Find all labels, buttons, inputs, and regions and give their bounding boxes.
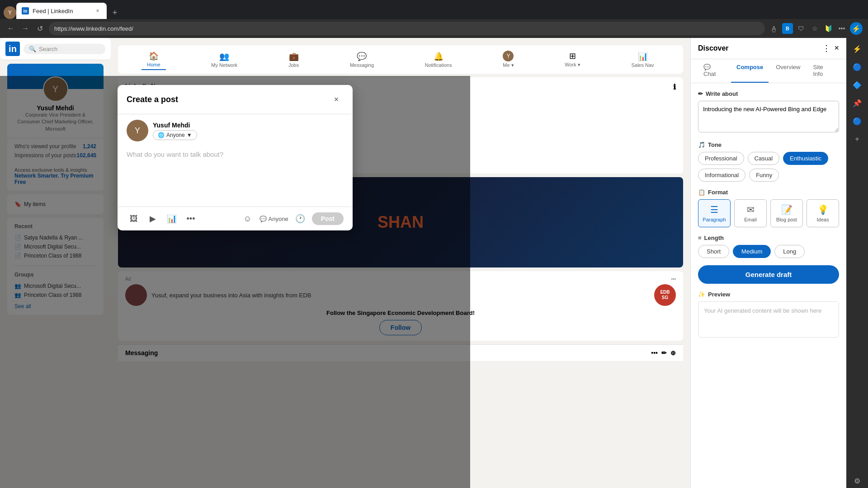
write-about-label: ✏ Write about — [698, 90, 839, 97]
tone-icon: 🎵 — [698, 141, 705, 148]
tab-siteinfo[interactable]: Site Info — [807, 59, 839, 83]
nav-work[interactable]: ⊞Work ▾ — [559, 49, 586, 70]
discover-header: Discover ⋮ × — [691, 38, 846, 59]
shield2-icon[interactable]: 🔰 — [823, 23, 834, 34]
tone-buttons: Professional Casual Enthusiastic Informa… — [698, 152, 839, 182]
modal-user-section: Y Yusuf Mehdi 🌐 Anyone ▼ — [118, 114, 353, 147]
discover-panel: Discover ⋮ × 💬 Chat Compose Overview Sit… — [690, 38, 846, 488]
audience-chevron: ▼ — [187, 132, 192, 138]
news-info-icon[interactable]: ℹ — [673, 83, 676, 91]
tab-compose[interactable]: Compose — [731, 59, 769, 83]
tab-overview[interactable]: Overview — [770, 59, 806, 83]
length-label: ≡ Length — [698, 235, 839, 241]
modal-footer: 🖼 ▶ 📊 ••• ☺ 💬 Anyone 🕐 Post — [118, 206, 353, 230]
ext-icon-5[interactable]: 🔵 — [850, 114, 864, 128]
messaging-expand-icon[interactable]: ⊕ — [670, 349, 676, 357]
more-icon[interactable]: ••• — [836, 23, 847, 34]
format-email[interactable]: ✉ Email — [734, 199, 767, 227]
ext-settings-icon[interactable]: ⚙ — [850, 474, 864, 488]
nav-jobs[interactable]: 💼Jobs — [283, 50, 304, 70]
browser-tabbar: Y in Feed | LinkedIn × + — [0, 0, 868, 19]
favorites-icon[interactable]: ☆ — [809, 23, 820, 34]
preview-label: ✨ Preview — [698, 291, 839, 298]
browser-addressbar: ← → ↺ https://www.linkedin.com/feed/ A̲ … — [0, 19, 868, 38]
write-icon: ✏ — [698, 90, 703, 97]
search-bar[interactable]: 🔍 Search — [24, 44, 105, 54]
tone-casual[interactable]: Casual — [748, 152, 779, 165]
preview-icon: ✨ — [698, 291, 705, 298]
nav-messaging[interactable]: 💬Messaging — [344, 50, 379, 70]
length-short[interactable]: Short — [698, 245, 729, 258]
format-blogpost[interactable]: 📝 Blog post — [770, 199, 803, 227]
ext-icon-3[interactable]: 🔷 — [850, 78, 864, 92]
document-icon[interactable]: 📊 — [165, 211, 179, 226]
forward-btn[interactable]: → — [20, 23, 31, 34]
tab-chat[interactable]: 💬 Chat — [698, 59, 729, 83]
format-ideas[interactable]: 💡 Ideas — [807, 199, 839, 227]
messaging-compose-icon[interactable]: ✏ — [661, 349, 667, 357]
length-medium[interactable]: Medium — [733, 245, 771, 258]
translate-icon[interactable]: A̲ — [769, 23, 779, 34]
modal-audience-picker[interactable]: 🌐 Anyone ▼ — [153, 130, 197, 140]
bing-icon[interactable]: B — [782, 23, 793, 34]
generate-draft-btn[interactable]: Generate draft — [698, 265, 839, 284]
nav-me[interactable]: Y Me ▾ — [497, 49, 519, 70]
ext-icon-4[interactable]: 📌 — [850, 96, 864, 110]
tone-professional[interactable]: Professional — [698, 152, 744, 165]
format-label: 📋 Format — [698, 189, 839, 196]
messaging-icons: ••• ✏ ⊕ — [651, 349, 676, 357]
length-long[interactable]: Long — [774, 245, 805, 258]
modal-overlay: Create a post × Y Yusuf Mehdi 🌐 Anyone ▼… — [0, 76, 470, 488]
ad-company-avatar: EDBSG — [654, 284, 676, 306]
ext-icon-6[interactable]: + — [850, 132, 864, 146]
chat-icon: 💬 — [703, 64, 711, 70]
modal-user-name: Yusuf Mehdi — [153, 122, 197, 129]
linkedin-logo: in — [5, 42, 20, 56]
video-icon[interactable]: ▶ — [146, 211, 160, 226]
ext-icon-2[interactable]: 🔵 — [850, 60, 864, 74]
globe-icon: 🌐 — [158, 132, 165, 138]
format-paragraph[interactable]: ☰ Paragraph — [698, 199, 731, 227]
tab-close-btn[interactable]: × — [94, 7, 101, 14]
more-tools-icon[interactable]: ••• — [184, 211, 198, 226]
modal-user-avatar: Y — [127, 120, 148, 141]
refresh-btn[interactable]: ↺ — [34, 23, 45, 34]
tone-enthusiastic[interactable]: Enthusiastic — [783, 152, 828, 165]
back-btn[interactable]: ← — [5, 23, 16, 34]
write-about-input[interactable]: Introducing the new AI-Powered Bing and … — [698, 101, 839, 132]
modal-placeholder[interactable]: What do you want to talk about? — [127, 147, 344, 201]
browser-ext-sidebar: ⚡ 🔵 🔷 📌 🔵 + ⚙ — [846, 38, 868, 488]
ad-more-icon[interactable]: ••• — [671, 277, 676, 282]
format-grid: ☰ Paragraph ✉ Email 📝 Blog post 💡 Ideas — [698, 199, 839, 227]
new-tab-btn[interactable]: + — [108, 6, 121, 19]
main-nav: 🏠Home 👥My Network 💼Jobs 💬Messaging 🔔Noti… — [118, 45, 683, 74]
nav-notifications[interactable]: 🔔Notifications — [420, 50, 458, 70]
media-icon[interactable]: 🖼 — [127, 211, 141, 226]
ext-icon-1[interactable]: ⚡ — [850, 42, 864, 56]
post-btn[interactable]: Post — [312, 212, 344, 225]
discover-more-icon[interactable]: ⋮ — [822, 43, 830, 53]
discover-close-icon[interactable]: × — [834, 43, 839, 53]
shield-icon[interactable]: 🛡 — [796, 23, 807, 34]
messaging-more-icon[interactable]: ••• — [651, 349, 658, 357]
tab-favicon: in — [22, 7, 29, 14]
tone-funny[interactable]: Funny — [749, 169, 779, 182]
nav-salesnav[interactable]: 📊Sales Nav — [626, 50, 659, 70]
edge-icon[interactable]: ⚡ — [850, 22, 863, 35]
toolbar-icons: A̲ B 🛡 ☆ 🔰 ••• ⚡ — [769, 22, 863, 35]
modal-anyone-btn[interactable]: 💬 Anyone — [259, 216, 288, 222]
browser-profile-avatar: Y — [4, 6, 16, 19]
tone-informational[interactable]: Informational — [698, 169, 745, 182]
modal-close-btn[interactable]: × — [329, 92, 344, 107]
paragraph-icon: ☰ — [710, 204, 718, 215]
url-bar[interactable]: https://www.linkedin.com/feed/ — [49, 22, 765, 35]
nav-network[interactable]: 👥My Network — [206, 50, 243, 70]
ad-company-area: EDBSG — [654, 284, 676, 306]
tone-label: 🎵 Tone — [698, 141, 839, 148]
preview-box: Your AI generated content will be shown … — [698, 301, 839, 338]
nav-home[interactable]: 🏠Home — [142, 49, 165, 70]
emoji-icon[interactable]: ☺ — [241, 211, 255, 226]
schedule-icon[interactable]: 🕐 — [293, 211, 307, 226]
browser-tab[interactable]: in Feed | LinkedIn × — [16, 3, 107, 19]
length-buttons: Short Medium Long — [698, 245, 839, 258]
